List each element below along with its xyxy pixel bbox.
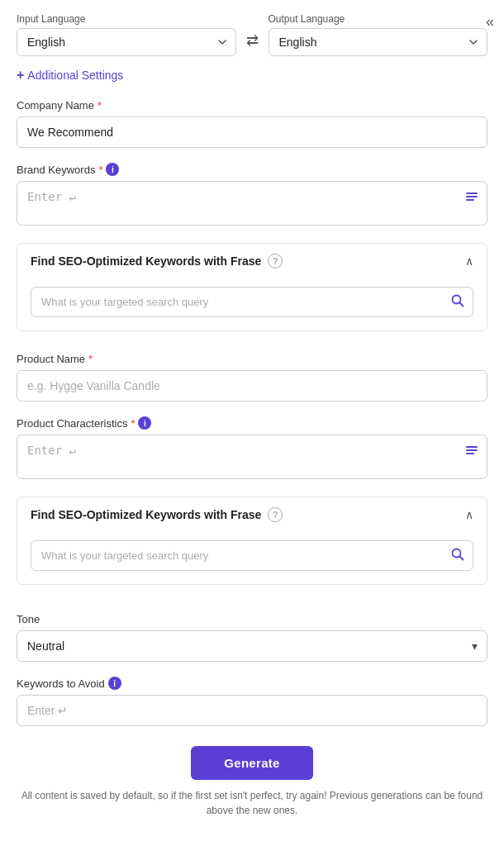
brand-keywords-input[interactable]: [17, 181, 487, 226]
seo-section-1: Find SEO-Optimized Keywords with Frase ?…: [17, 243, 487, 331]
output-language-group: Output Language English: [269, 13, 488, 56]
brand-keywords-section: Brand Keywords * i: [17, 163, 487, 228]
product-name-input[interactable]: [17, 370, 487, 402]
svg-rect-5: [466, 446, 478, 448]
seo-header-2[interactable]: Find SEO-Optimized Keywords with Frase ?…: [17, 497, 487, 532]
svg-rect-0: [466, 192, 478, 194]
seo-search-input-1[interactable]: [31, 287, 473, 317]
tone-select[interactable]: Neutral Formal Casual Friendly Professio…: [17, 630, 487, 662]
seo-search-wrapper-2: [31, 540, 473, 571]
tone-select-wrapper: Neutral Formal Casual Friendly Professio…: [17, 630, 487, 662]
product-characteristics-required: *: [131, 417, 135, 430]
seo-chevron-1: ∧: [465, 254, 473, 268]
swap-languages-button[interactable]: ⇄: [243, 25, 262, 56]
generate-section: Generate: [17, 746, 487, 780]
output-language-select[interactable]: English: [269, 28, 488, 56]
product-characteristics-label: Product Characteristics * i: [17, 416, 487, 430]
brand-keywords-label: Brand Keywords * i: [17, 163, 487, 176]
company-name-required: *: [97, 99, 102, 112]
language-row: Input Language English ⇄ Output Language…: [17, 13, 487, 56]
input-language-select[interactable]: English: [17, 28, 236, 56]
product-characteristics-wrapper: [17, 435, 487, 482]
svg-rect-2: [466, 199, 474, 201]
svg-rect-6: [466, 449, 478, 451]
keywords-to-avoid-info-icon[interactable]: i: [108, 677, 121, 690]
plus-icon: +: [17, 68, 24, 83]
seo-help-icon-1[interactable]: ?: [268, 254, 283, 269]
generate-button[interactable]: Generate: [191, 746, 312, 780]
input-language-label: Input Language: [17, 13, 236, 25]
seo-title-2: Find SEO-Optimized Keywords with Frase ?: [31, 507, 283, 522]
seo-search-wrapper-1: [31, 287, 473, 317]
keywords-to-avoid-label: Keywords to Avoid i: [17, 677, 487, 690]
collapse-icon: «: [486, 13, 494, 30]
output-language-label: Output Language: [269, 13, 488, 25]
svg-line-4: [460, 302, 464, 306]
svg-line-9: [460, 556, 464, 559]
swap-icon: ⇄: [246, 32, 259, 49]
brand-keywords-info-icon[interactable]: i: [106, 163, 119, 176]
seo-body-1: [17, 278, 487, 330]
product-characteristics-input[interactable]: [17, 435, 487, 479]
product-name-required: *: [88, 353, 93, 365]
additional-settings-button[interactable]: + Additional Settings: [17, 68, 123, 83]
additional-settings-label: Additional Settings: [27, 69, 123, 82]
tone-section: Tone Neutral Formal Casual Friendly Prof…: [17, 613, 487, 662]
seo-header-1[interactable]: Find SEO-Optimized Keywords with Frase ?…: [17, 244, 487, 278]
product-characteristics-section: Product Characteristics * i: [17, 416, 487, 482]
keywords-to-avoid-section: Keywords to Avoid i: [17, 677, 487, 726]
brand-keywords-required: *: [98, 164, 102, 176]
company-name-label: Company Name *: [17, 99, 487, 112]
seo-title-1: Find SEO-Optimized Keywords with Frase ?: [31, 254, 283, 269]
seo-section-2: Find SEO-Optimized Keywords with Frase ?…: [17, 497, 487, 585]
product-characteristics-format-icon: [464, 443, 479, 461]
seo-body-2: [17, 532, 487, 584]
keywords-to-avoid-input[interactable]: [17, 695, 487, 726]
product-name-section: Product Name *: [17, 353, 487, 402]
product-characteristics-info-icon[interactable]: i: [138, 416, 151, 430]
seo-search-icon-2: [450, 547, 465, 565]
brand-keywords-wrapper: [17, 181, 487, 228]
seo-chevron-2: ∧: [465, 508, 473, 521]
collapse-button[interactable]: «: [486, 13, 494, 31]
input-language-group: Input Language English: [17, 13, 236, 56]
tone-label: Tone: [17, 613, 487, 625]
seo-search-icon-1: [450, 293, 465, 311]
svg-rect-7: [466, 453, 474, 454]
company-name-input[interactable]: [17, 116, 487, 148]
seo-search-input-2[interactable]: [31, 540, 473, 571]
footer-note: All content is saved by default, so if t…: [17, 788, 487, 818]
company-name-section: Company Name *: [17, 99, 487, 148]
svg-rect-1: [466, 196, 478, 197]
product-name-label: Product Name *: [17, 353, 487, 365]
seo-help-icon-2[interactable]: ?: [268, 507, 283, 522]
brand-keywords-format-icon: [464, 189, 479, 207]
